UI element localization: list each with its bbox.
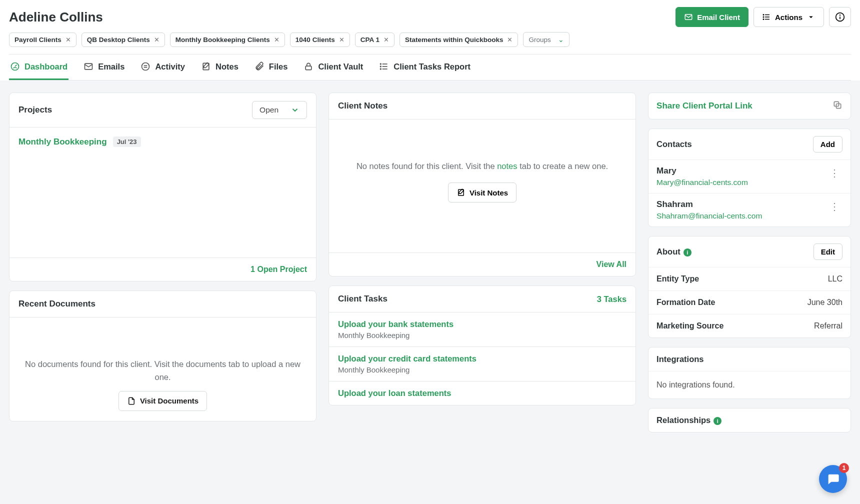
close-icon[interactable]: ✕	[507, 36, 512, 44]
close-icon[interactable]: ✕	[384, 36, 389, 44]
svg-point-6	[763, 19, 764, 20]
email-client-button[interactable]: Email Client	[676, 7, 748, 27]
client-tasks-card: Client Tasks 3 Tasks Upload your bank st…	[328, 286, 636, 406]
svg-point-5	[763, 16, 764, 18]
integrations-card: Integrations No integrations found.	[648, 347, 851, 399]
tab-client-vault[interactable]: Client Vault	[302, 54, 364, 80]
visit-documents-button[interactable]: Visit Documents	[118, 391, 207, 411]
copy-icon[interactable]	[832, 100, 842, 112]
project-name: Monthly Bookkeeping	[18, 137, 107, 147]
about-row: Marketing Source Referral	[648, 314, 850, 338]
lock-icon	[304, 62, 314, 72]
document-icon	[127, 396, 136, 406]
attachment-icon	[254, 62, 264, 72]
tab-dashboard[interactable]: Dashboard	[9, 54, 68, 80]
client-notes-card: Client Notes No notes found for this cli…	[328, 92, 636, 276]
close-icon[interactable]: ✕	[274, 36, 280, 44]
about-row: Formation Date June 30th	[648, 290, 850, 314]
svg-point-9	[840, 15, 840, 16]
list-icon	[379, 62, 389, 72]
client-tasks-title: Client Tasks	[338, 294, 388, 304]
chip[interactable]: QB Desktop Clients✕	[82, 32, 165, 47]
share-portal-card: Share Client Portal Link	[648, 92, 851, 120]
mail-icon	[684, 12, 693, 22]
tab-notes[interactable]: Notes	[200, 54, 240, 80]
chip[interactable]: Payroll Clients✕	[9, 32, 76, 47]
contact-email[interactable]: Shahram@financial-cents.com	[656, 212, 762, 220]
client-notes-title: Client Notes	[338, 101, 388, 111]
chevron-down-icon	[290, 106, 300, 114]
tab-client-tasks-report[interactable]: Client Tasks Report	[378, 54, 472, 80]
actions-dropdown[interactable]: Actions	[754, 7, 824, 27]
info-icon	[835, 12, 845, 22]
integrations-empty: No integrations found.	[648, 371, 850, 398]
chip[interactable]: CPA 1✕	[355, 32, 394, 47]
caret-down-icon	[806, 12, 816, 22]
svg-point-12	[142, 63, 150, 70]
visit-notes-button[interactable]: Visit Notes	[448, 182, 516, 202]
svg-point-21	[380, 66, 382, 67]
relationships-card: Relationshipsi	[648, 408, 851, 432]
about-card: Abouti Edit Entity Type LLC Formation Da…	[648, 236, 851, 338]
about-title: Abouti	[656, 247, 692, 256]
about-row: Entity Type LLC	[648, 267, 850, 290]
svg-point-20	[380, 64, 382, 64]
chip[interactable]: Statements within Quickbooks✕	[400, 32, 518, 47]
tab-files[interactable]: Files	[254, 54, 289, 80]
tab-activity[interactable]: Activity	[140, 54, 186, 80]
projects-card: Projects Open Monthly Bookkeeping Jul '2…	[9, 92, 316, 282]
recent-documents-card: Recent Documents No documents found for …	[9, 290, 316, 422]
task-item[interactable]: Upload your loan statements	[329, 381, 636, 405]
svg-point-4	[763, 14, 764, 16]
notes-icon	[456, 188, 466, 197]
tasks-count: 3 Tasks	[597, 294, 626, 304]
close-icon[interactable]: ✕	[154, 36, 160, 44]
notes-icon	[201, 62, 211, 72]
add-contact-button[interactable]: Add	[813, 136, 842, 152]
contacts-card: Contacts Add Mary Mary@financial-cents.c…	[648, 128, 851, 227]
info-icon[interactable]: i	[714, 417, 722, 425]
projects-filter-select[interactable]: Open	[252, 101, 307, 119]
dashboard-icon	[10, 62, 20, 72]
activity-icon	[140, 62, 150, 72]
contact-item: Mary Mary@financial-cents.com ⋮	[648, 160, 850, 193]
email-client-label: Email Client	[697, 13, 740, 22]
recent-documents-title: Recent Documents	[18, 299, 96, 309]
info-button[interactable]	[829, 7, 851, 27]
task-item[interactable]: Upload your credit card statements Month…	[329, 346, 636, 381]
project-period-badge: Jul '23	[113, 136, 141, 147]
kebab-icon[interactable]: ⋮	[826, 166, 842, 180]
documents-link[interactable]: documents	[186, 360, 226, 368]
chip[interactable]: 1040 Clients✕	[290, 32, 350, 47]
chip[interactable]: Monthly Bookkeeping Clients✕	[170, 32, 285, 47]
open-projects-link[interactable]: 1 Open Project	[250, 265, 307, 274]
svg-point-22	[380, 68, 382, 70]
tabs: Dashboard Emails Activity Notes Files Cl…	[9, 54, 851, 80]
tab-emails[interactable]: Emails	[82, 54, 126, 80]
actions-label: Actions	[775, 13, 802, 22]
svg-rect-16	[306, 66, 312, 70]
group-chips: Payroll Clients✕ QB Desktop Clients✕ Mon…	[9, 32, 851, 54]
view-all-notes-link[interactable]: View All	[596, 260, 626, 268]
client-name: Adeline Collins	[9, 10, 103, 25]
close-icon[interactable]: ✕	[339, 36, 344, 44]
list-icon	[762, 12, 771, 22]
edit-about-button[interactable]: Edit	[814, 244, 842, 260]
share-portal-link[interactable]: Share Client Portal Link	[656, 101, 752, 111]
info-icon[interactable]: i	[684, 248, 692, 256]
task-item[interactable]: Upload your bank statements Monthly Book…	[329, 312, 636, 346]
contacts-title: Contacts	[656, 140, 692, 149]
integrations-title: Integrations	[656, 354, 704, 364]
close-icon[interactable]: ✕	[66, 36, 71, 44]
project-item[interactable]: Monthly Bookkeeping Jul '23	[10, 128, 316, 156]
notes-link[interactable]: notes	[497, 162, 517, 170]
groups-dropdown[interactable]: Groups⌄	[523, 32, 569, 47]
contact-email[interactable]: Mary@financial-cents.com	[656, 178, 748, 187]
kebab-icon[interactable]: ⋮	[826, 200, 842, 214]
mail-icon	[84, 62, 94, 72]
projects-title: Projects	[18, 105, 52, 115]
caret-down-icon: ⌄	[558, 36, 564, 44]
contact-item: Shahram Shahram@financial-cents.com ⋮	[648, 193, 850, 226]
relationships-title: Relationshipsi	[656, 416, 722, 425]
